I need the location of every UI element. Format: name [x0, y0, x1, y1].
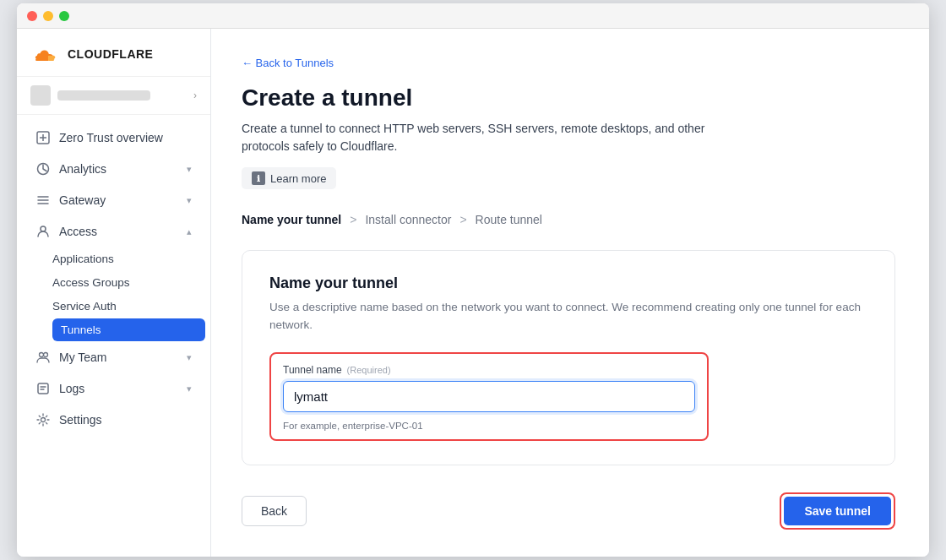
- access-submenu: Applications Access Groups Service Auth …: [17, 247, 210, 341]
- sidebar-item-access-groups[interactable]: Access Groups: [52, 271, 205, 294]
- titlebar: [17, 3, 929, 29]
- cloudflare-logo-icon: [30, 44, 61, 64]
- access-label: Access: [59, 225, 97, 238]
- form-card: Name your tunnel Use a descriptive name …: [242, 250, 895, 465]
- account-name: [57, 90, 150, 101]
- access-icon: [35, 224, 51, 239]
- page-description: Create a tunnel to connect HTTP web serv…: [242, 120, 748, 155]
- footer-buttons: Back Save tunnel: [242, 492, 895, 530]
- tunnel-name-field-wrapper: Tunnel name (Required) For example, ente…: [269, 352, 709, 441]
- sidebar-item-zero-trust[interactable]: Zero Trust overview: [22, 122, 205, 153]
- my-team-label: My Team: [59, 351, 107, 364]
- svg-point-4: [44, 353, 48, 357]
- zero-trust-icon: [35, 130, 51, 145]
- sidebar-item-applications[interactable]: Applications: [52, 247, 205, 270]
- access-chevron-icon: ▴: [187, 226, 192, 237]
- app-window: CLOUDFLARE › Zero Trust overview: [17, 3, 929, 557]
- my-team-chevron-icon: ▾: [187, 352, 192, 363]
- minimize-button[interactable]: [43, 11, 53, 21]
- sidebar-item-access[interactable]: Access ▴: [22, 216, 205, 247]
- sidebar-item-gateway[interactable]: Gateway ▾: [22, 185, 205, 215]
- step-3-label: Route tunnel: [476, 213, 542, 226]
- tunnel-name-label: Tunnel name (Required): [283, 364, 695, 376]
- tunnel-name-hint: For example, enterprise-VPC-01: [283, 421, 695, 431]
- window-body: CLOUDFLARE › Zero Trust overview: [17, 29, 929, 557]
- back-to-tunnels-link[interactable]: ← Back to Tunnels: [242, 57, 334, 69]
- analytics-icon: [35, 161, 51, 177]
- page-title: Create a tunnel: [242, 84, 895, 111]
- step-sep-2: >: [459, 213, 466, 226]
- main-content: ← Back to Tunnels Create a tunnel Create…: [211, 29, 929, 557]
- account-chevron-icon: ›: [193, 90, 197, 101]
- settings-icon: [35, 412, 51, 427]
- svg-point-2: [41, 226, 46, 231]
- account-selector[interactable]: ›: [17, 77, 210, 115]
- gateway-icon: [35, 193, 51, 208]
- maximize-button[interactable]: [59, 11, 69, 21]
- learn-more-icon: ℹ: [252, 171, 265, 185]
- step-1-label: Name your tunnel: [242, 213, 341, 226]
- zero-trust-label: Zero Trust overview: [59, 131, 163, 144]
- sidebar-item-settings[interactable]: Settings: [22, 405, 205, 435]
- save-tunnel-button[interactable]: Save tunnel: [784, 497, 891, 525]
- logs-icon: [35, 381, 51, 396]
- account-icon: [30, 85, 51, 106]
- learn-more-button[interactable]: ℹ Learn more: [242, 167, 336, 189]
- svg-rect-5: [38, 383, 48, 394]
- analytics-label: Analytics: [59, 162, 106, 176]
- save-tunnel-wrapper: Save tunnel: [780, 492, 895, 530]
- svg-point-3: [40, 353, 44, 357]
- my-team-icon: [35, 350, 51, 365]
- step-2-label: Install connector: [365, 213, 451, 226]
- back-button[interactable]: Back: [242, 496, 307, 526]
- svg-point-6: [41, 418, 46, 422]
- sidebar-item-tunnels[interactable]: Tunnels: [52, 318, 205, 341]
- steps-breadcrumb: Name your tunnel > Install connector > R…: [242, 213, 895, 226]
- field-required-badge: (Required): [347, 365, 391, 375]
- cloudflare-wordmark: CLOUDFLARE: [68, 47, 153, 61]
- logs-label: Logs: [59, 382, 84, 395]
- form-card-title: Name your tunnel: [269, 275, 867, 292]
- settings-label: Settings: [59, 413, 102, 427]
- logs-chevron-icon: ▾: [187, 383, 192, 394]
- sidebar: CLOUDFLARE › Zero Trust overview: [17, 29, 211, 557]
- step-sep-1: >: [350, 213, 356, 226]
- tunnel-name-input[interactable]: [283, 381, 695, 412]
- sidebar-item-service-auth[interactable]: Service Auth: [52, 295, 205, 318]
- gateway-label: Gateway: [59, 193, 106, 207]
- sidebar-item-logs[interactable]: Logs ▾: [22, 373, 205, 404]
- logo-area: CLOUDFLARE: [17, 29, 210, 77]
- sidebar-item-analytics[interactable]: Analytics ▾: [22, 154, 205, 184]
- form-card-description: Use a descriptive name based on the netw…: [269, 299, 867, 334]
- gateway-chevron-icon: ▾: [187, 195, 192, 206]
- sidebar-item-my-team[interactable]: My Team ▾: [22, 342, 205, 372]
- close-button[interactable]: [27, 11, 37, 21]
- analytics-chevron-icon: ▾: [187, 164, 192, 175]
- sidebar-nav: Zero Trust overview Analytics ▾ Gateway: [17, 115, 210, 557]
